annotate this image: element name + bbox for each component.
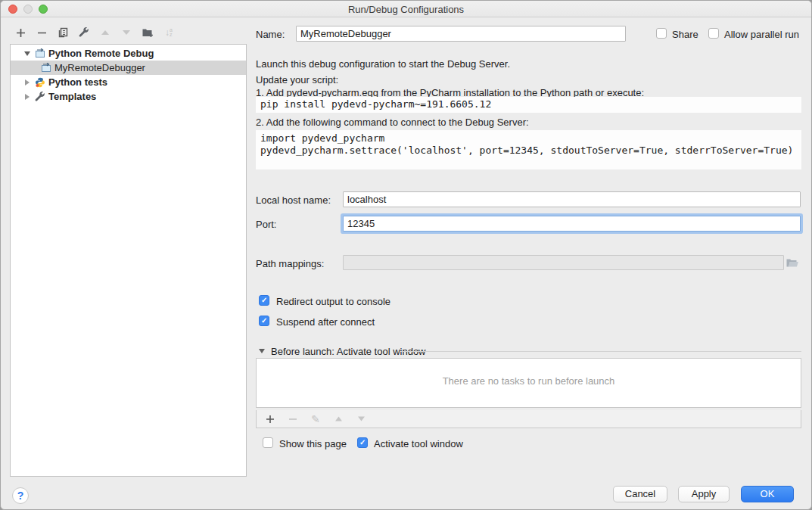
- share-checkbox[interactable]: [656, 28, 667, 39]
- python-icon: [35, 77, 45, 88]
- instruction-line-2: Update your script:: [256, 74, 338, 86]
- activate-tool-window-checkbox[interactable]: [357, 437, 368, 448]
- add-task-icon[interactable]: [263, 412, 278, 427]
- chevron-down-icon[interactable]: [24, 51, 30, 56]
- settrace-code[interactable]: import pydevd_pycharm pydevd_pycharm.set…: [256, 130, 801, 169]
- remove-task-icon: [285, 412, 300, 427]
- allow-parallel-run-label: Allow parallel run: [724, 29, 799, 40]
- apply-button[interactable]: Apply: [678, 486, 730, 502]
- edit-task-pencil-icon: ✎: [308, 412, 323, 427]
- tree-item-python-tests[interactable]: Python tests: [11, 75, 246, 89]
- browse-folder-icon[interactable]: [786, 257, 799, 271]
- move-down-icon: [119, 25, 134, 40]
- new-folder-icon[interactable]: [140, 25, 155, 40]
- redirect-output-checkbox[interactable]: [259, 295, 269, 306]
- cancel-button[interactable]: Cancel: [613, 486, 667, 502]
- instruction-line-1: Launch this debug configuration to start…: [256, 58, 510, 70]
- settrace-code-line2: pydevd_pycharm.settrace('localhost', por…: [260, 145, 793, 156]
- no-tasks-message: There are no tasks to run before launch: [256, 375, 801, 387]
- name-label: Name:: [256, 29, 285, 40]
- tree-item-python-remote-debug[interactable]: Python Remote Debug: [11, 46, 246, 61]
- run-config-icon: [35, 48, 45, 58]
- tree-item-templates[interactable]: Templates: [11, 89, 246, 104]
- move-up-icon: [98, 25, 113, 40]
- instruction-step-2: 2. Add the following command to connect …: [256, 117, 529, 128]
- show-this-page-label: Show this page: [279, 438, 347, 449]
- ok-button[interactable]: OK: [741, 486, 794, 502]
- tree-item-myremotedebugger[interactable]: MyRemoteDebugger: [11, 61, 246, 75]
- local-host-name-input[interactable]: [343, 191, 801, 207]
- task-move-up-icon: [331, 412, 346, 427]
- activate-tool-window-label: Activate tool window: [374, 438, 463, 449]
- edit-templates-wrench-icon[interactable]: [76, 25, 92, 40]
- task-list-toolbar: ✎: [256, 410, 801, 428]
- allow-parallel-run-checkbox[interactable]: [708, 28, 719, 39]
- tree-item-label: Python Remote Debug: [48, 48, 154, 59]
- local-host-name-label: Local host name:: [256, 194, 331, 206]
- tree-item-label: MyRemoteDebugger: [54, 62, 145, 73]
- settrace-code-line1: import pydevd_pycharm: [260, 132, 384, 144]
- show-this-page-checkbox[interactable]: [263, 437, 273, 448]
- remove-icon[interactable]: [34, 25, 49, 40]
- run-debug-configurations-dialog: Run/Debug Configurations ↓az Python Remo…: [0, 0, 812, 510]
- before-launch-chevron-down-icon[interactable]: [259, 349, 265, 353]
- share-label: Share: [672, 29, 698, 40]
- copy-icon[interactable]: [55, 25, 70, 40]
- add-icon[interactable]: [13, 25, 28, 40]
- configurations-tree: Python Remote Debug MyRemoteDebugger Pyt…: [10, 44, 247, 477]
- tree-toolbar: ↓az: [13, 25, 176, 40]
- chevron-right-icon[interactable]: [25, 94, 30, 100]
- window-title: Run/Debug Configurations: [1, 4, 811, 15]
- tree-item-label: Templates: [48, 91, 96, 102]
- name-input[interactable]: [296, 26, 626, 42]
- help-button[interactable]: ?: [12, 487, 29, 504]
- port-input[interactable]: [343, 216, 801, 232]
- sort-alphabetically-icon: ↓az: [161, 25, 176, 40]
- tree-item-label: Python tests: [48, 76, 107, 88]
- titlebar[interactable]: Run/Debug Configurations: [1, 1, 811, 17]
- path-mappings-input[interactable]: [343, 255, 784, 270]
- run-config-icon: [41, 63, 51, 73]
- suspend-after-connect-checkbox[interactable]: [259, 316, 269, 326]
- wrench-icon: [35, 92, 45, 102]
- suspend-after-connect-label: Suspend after connect: [276, 316, 375, 328]
- port-label: Port:: [256, 219, 276, 230]
- redirect-output-label: Redirect output to console: [276, 296, 390, 307]
- chevron-right-icon[interactable]: [25, 79, 30, 86]
- before-launch-divider: [400, 351, 801, 352]
- task-move-down-icon: [353, 412, 369, 427]
- pip-install-code[interactable]: pip install pydevd-pycharm~=191.6605.12: [256, 97, 801, 113]
- path-mappings-label: Path mappings:: [256, 258, 324, 269]
